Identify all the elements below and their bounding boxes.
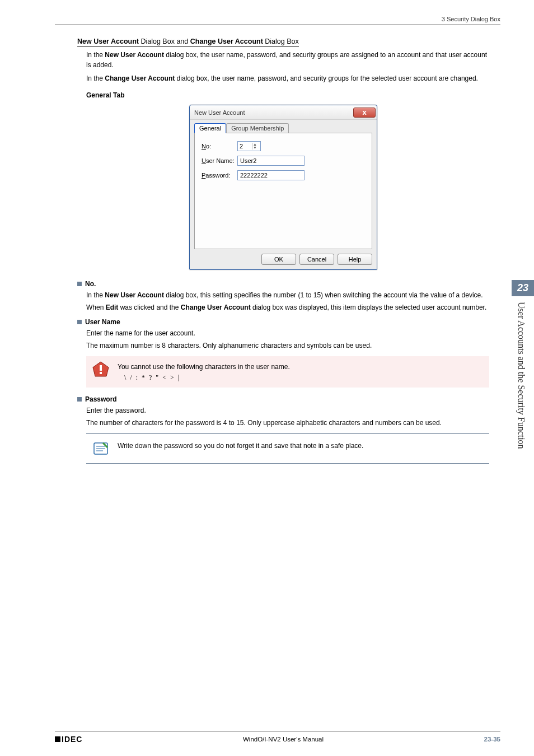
dialog-title: New User Account bbox=[194, 109, 245, 116]
bullet-no: No. bbox=[77, 280, 489, 288]
password-para-1: Enter the password. bbox=[77, 405, 489, 416]
general-tab-heading: General Tab bbox=[86, 91, 489, 99]
intro-para-1: In the New User Account dialog box, the … bbox=[77, 50, 489, 70]
page-header: 3 Security Dialog Box bbox=[55, 16, 500, 25]
caution-text: You cannot use the following characters … bbox=[118, 362, 290, 372]
caution-icon bbox=[92, 361, 110, 379]
bullet-password: Password bbox=[77, 395, 489, 403]
brand-logo: IDEC bbox=[55, 735, 82, 744]
bullet-icon bbox=[77, 282, 82, 286]
bullet-icon bbox=[77, 397, 82, 402]
caution-chars: \ / : * ? " < > | bbox=[118, 372, 290, 383]
username-para-2: The maximum number is 8 characters. Only… bbox=[77, 340, 489, 351]
bullet-icon bbox=[77, 320, 82, 324]
password-input[interactable]: 22222222 bbox=[237, 170, 305, 180]
no-label: No: bbox=[202, 143, 237, 150]
tab-group-membership[interactable]: Group Membership bbox=[226, 123, 289, 133]
footer-center: WindO/I-NV2 User's Manual bbox=[243, 736, 324, 743]
username-input[interactable]: User2 bbox=[237, 156, 305, 166]
username-label: User Name: bbox=[202, 157, 237, 164]
ok-button[interactable]: OK bbox=[261, 254, 296, 265]
no-para-1: In the New User Account dialog box, this… bbox=[77, 290, 489, 300]
bullet-username: User Name bbox=[77, 318, 489, 326]
close-icon[interactable]: x bbox=[353, 108, 376, 118]
caution-note: You cannot use the following characters … bbox=[86, 356, 489, 388]
page-number: 23-35 bbox=[484, 736, 500, 743]
section-title: New User Account Dialog Box and Change U… bbox=[77, 38, 299, 46]
chapter-title: User Accounts and the Security Function bbox=[512, 296, 531, 487]
username-para-1: Enter the name for the user account. bbox=[77, 328, 489, 338]
cancel-button[interactable]: Cancel bbox=[299, 254, 334, 265]
dialog-body: No: 2 ▲▼ User Name: User2 Password: 2222… bbox=[194, 133, 372, 249]
svg-rect-2 bbox=[100, 372, 102, 374]
no-para-2: When Edit was clicked and the Change Use… bbox=[77, 302, 489, 312]
password-para-2: The number of characters for the passwor… bbox=[77, 418, 489, 428]
new-user-account-dialog: New User Account x GeneralGroup Membersh… bbox=[189, 105, 377, 270]
help-button[interactable]: Help bbox=[338, 254, 372, 265]
page-footer: IDEC WindO/I-NV2 User's Manual 23-35 bbox=[55, 731, 500, 744]
dialog-titlebar: New User Account x bbox=[190, 105, 377, 120]
note-icon bbox=[92, 440, 110, 458]
svg-rect-1 bbox=[100, 365, 102, 371]
chapter-number: 23 bbox=[512, 280, 534, 296]
no-input[interactable]: 2 ▲▼ bbox=[237, 141, 261, 151]
spinner-icon[interactable]: ▲▼ bbox=[252, 143, 259, 150]
tab-general[interactable]: General bbox=[194, 123, 226, 133]
intro-para-2: In the Change User Account dialog box, t… bbox=[77, 73, 489, 83]
chapter-tab: 23 User Accounts and the Security Functi… bbox=[512, 280, 534, 487]
header-rule bbox=[55, 25, 500, 25]
info-text: Write down the password so you do not fo… bbox=[118, 440, 363, 451]
info-note: Write down the password so you do not fo… bbox=[86, 433, 489, 464]
password-label: Password: bbox=[202, 172, 237, 179]
